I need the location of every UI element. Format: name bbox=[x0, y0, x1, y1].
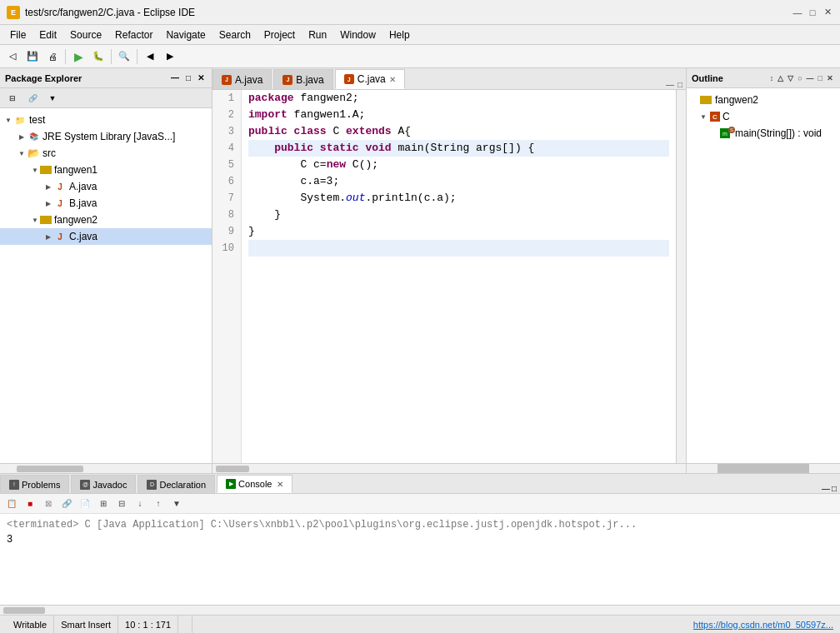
status-insert-mode: Smart Insert bbox=[54, 616, 118, 633]
menu-item-edit[interactable]: Edit bbox=[32, 27, 63, 42]
console-scrollbar-thumb bbox=[3, 607, 45, 614]
editor-hscrollbar[interactable] bbox=[212, 463, 686, 473]
toolbar-sep-2 bbox=[111, 49, 112, 64]
outline-toolbar-btn2[interactable]: △ bbox=[776, 73, 785, 83]
console-btn-9[interactable]: ↑ bbox=[150, 496, 167, 512]
console-hscrollbar[interactable] bbox=[0, 605, 840, 615]
pkg-menu-btn[interactable]: ▼ bbox=[43, 89, 62, 107]
toolbar-nav-next[interactable]: ▶ bbox=[161, 47, 179, 66]
outline-method-icon-wrap: m S bbox=[720, 128, 732, 138]
outline-tree: fangwen2 ▼ C C m S main(String[]) : void bbox=[687, 88, 840, 463]
java-icon-b: J bbox=[53, 197, 67, 210]
toolbar-print-btn[interactable]: 🖨 bbox=[43, 47, 62, 66]
bottom-maximize-btn[interactable]: □ bbox=[832, 484, 837, 493]
menu-item-refactor[interactable]: Refactor bbox=[108, 27, 159, 42]
status-insert-text: Smart Insert bbox=[61, 620, 111, 630]
editor-scrollbar[interactable] bbox=[676, 90, 686, 463]
outline-item-pkg[interactable]: fangwen2 bbox=[687, 92, 840, 108]
toolbar-search-btn[interactable]: 🔍 bbox=[115, 47, 133, 66]
toolbar-back-btn[interactable]: ◁ bbox=[3, 47, 22, 66]
toolbar-save-btn[interactable]: 💾 bbox=[23, 47, 42, 66]
console-btn-disconnect[interactable]: ⊠ bbox=[40, 496, 57, 512]
menu-item-search[interactable]: Search bbox=[212, 27, 258, 42]
tree-item-src[interactable]: ▼ 📂 src bbox=[0, 145, 212, 162]
tree-item-bjava[interactable]: ▶ J B.java bbox=[0, 195, 212, 212]
outline-minimize-btn[interactable]: — bbox=[805, 73, 816, 83]
bottom-minimize-btn[interactable]: — bbox=[822, 484, 830, 493]
tab-ajava[interactable]: J A.java bbox=[212, 69, 272, 89]
tree-item-jre[interactable]: ▶ 📚 JRE System Library [JavaS...] bbox=[0, 128, 212, 145]
minimize-panel-btn[interactable]: — bbox=[168, 72, 182, 83]
console-btn-terminate[interactable]: ■ bbox=[22, 496, 38, 512]
tree-label-test: test bbox=[29, 114, 45, 126]
toolbar-debug-btn[interactable]: 🐛 bbox=[89, 47, 108, 66]
tree-item-test[interactable]: ▼ 📁 test bbox=[0, 112, 212, 128]
package-icon-fangwen2 bbox=[40, 216, 52, 224]
outline-toolbar-btn1[interactable]: ↕ bbox=[768, 73, 776, 83]
outline-method-badge: S bbox=[728, 127, 735, 133]
menu-item-navigate[interactable]: Navigate bbox=[159, 27, 212, 42]
code-editor[interactable]: 1 2 3 4 5 6 7 8 9 10 package fangwen2; i… bbox=[212, 90, 686, 463]
tab-label-console: Console bbox=[238, 479, 272, 489]
menu-item-run[interactable]: Run bbox=[302, 27, 333, 42]
code-content[interactable]: package fangwen2; import fangwen1.A; pub… bbox=[242, 90, 676, 463]
package-explorer-hscrollbar[interactable] bbox=[0, 463, 212, 473]
maximize-button[interactable]: □ bbox=[807, 7, 818, 18]
outline-toolbar-btn4[interactable]: ○ bbox=[796, 73, 803, 83]
console-btn-5[interactable]: 📄 bbox=[77, 496, 93, 512]
tab-javadoc[interactable]: @ Javadoc bbox=[71, 475, 136, 493]
tab-minimize-btn[interactable]: — bbox=[666, 80, 674, 89]
outline-item-class[interactable]: ▼ C C bbox=[687, 108, 840, 125]
close-button[interactable]: ✕ bbox=[822, 7, 833, 18]
pkg-link-btn[interactable]: 🔗 bbox=[23, 89, 42, 107]
console-btn-8[interactable]: ↓ bbox=[132, 496, 148, 512]
tab-bjava[interactable]: J B.java bbox=[273, 69, 332, 89]
outline-toolbar-btn3[interactable]: ▽ bbox=[786, 73, 795, 83]
tab-console[interactable]: ▶ Console ✕ bbox=[217, 475, 292, 493]
package-tree: ▼ 📁 test ▶ 📚 JRE System Library [JavaS..… bbox=[0, 108, 212, 463]
console-close-btn[interactable]: ✕ bbox=[277, 480, 283, 489]
tab-cjava[interactable]: J C.java ✕ bbox=[335, 69, 405, 89]
tree-label-cjava: C.java bbox=[69, 231, 98, 242]
console-btn-4[interactable]: 🔗 bbox=[58, 496, 75, 512]
toolbar-nav-prev[interactable]: ◀ bbox=[141, 47, 159, 66]
menu-item-file[interactable]: File bbox=[3, 27, 32, 42]
app-icon: E bbox=[7, 6, 20, 19]
maximize-panel-btn[interactable]: □ bbox=[183, 72, 193, 83]
tab-close-c[interactable]: ✕ bbox=[389, 75, 396, 84]
menu-item-source[interactable]: Source bbox=[63, 27, 108, 42]
tree-item-fangwen2[interactable]: ▼ fangwen2 bbox=[0, 212, 212, 228]
status-url[interactable]: https://blog.csdn.net/m0_50597z... bbox=[693, 620, 833, 630]
code-line-5: C c=new C(); bbox=[248, 157, 669, 173]
tab-label-problems: Problems bbox=[22, 480, 60, 490]
outline-scrollbar-thumb bbox=[718, 464, 809, 473]
tab-declaration[interactable]: D Declaration bbox=[138, 475, 215, 493]
outline-maximize-btn[interactable]: □ bbox=[817, 73, 824, 83]
console-btn-1[interactable]: 📋 bbox=[3, 496, 20, 512]
tree-item-fangwen1[interactable]: ▼ fangwen1 bbox=[0, 162, 212, 178]
outline-class-icon: C bbox=[710, 112, 720, 122]
console-btn-7[interactable]: ⊟ bbox=[113, 496, 130, 512]
tree-label-bjava: B.java bbox=[69, 197, 97, 209]
tree-item-cjava[interactable]: ▶ J C.java bbox=[0, 228, 212, 245]
tree-item-ajava[interactable]: ▶ J A.java bbox=[0, 178, 212, 195]
minimize-button[interactable]: — bbox=[792, 7, 803, 18]
tree-label-src: src bbox=[42, 147, 56, 159]
toolbar-run-btn[interactable]: ▶ bbox=[69, 47, 88, 66]
console-terminated-line: <terminated> C [Java Application] C:\Use… bbox=[7, 517, 833, 532]
tab-problems[interactable]: ! Problems bbox=[0, 475, 69, 493]
menu-item-help[interactable]: Help bbox=[382, 27, 417, 42]
console-btn-10[interactable]: ▼ bbox=[168, 496, 185, 512]
arrow-bjava: ▶ bbox=[43, 200, 53, 207]
menu-item-window[interactable]: Window bbox=[333, 27, 382, 42]
outline-scrollbar[interactable] bbox=[687, 463, 840, 473]
java-icon-c: J bbox=[53, 230, 67, 243]
problems-icon: ! bbox=[9, 480, 19, 490]
outline-close-btn[interactable]: ✕ bbox=[825, 73, 835, 83]
menu-item-project[interactable]: Project bbox=[258, 27, 302, 42]
tab-maximize-btn[interactable]: □ bbox=[678, 80, 682, 89]
outline-item-method[interactable]: m S main(String[]) : void bbox=[687, 125, 840, 142]
pkg-collapse-btn[interactable]: ⊟ bbox=[3, 89, 22, 107]
close-panel-btn[interactable]: ✕ bbox=[195, 72, 207, 83]
console-btn-6[interactable]: ⊞ bbox=[95, 496, 112, 512]
